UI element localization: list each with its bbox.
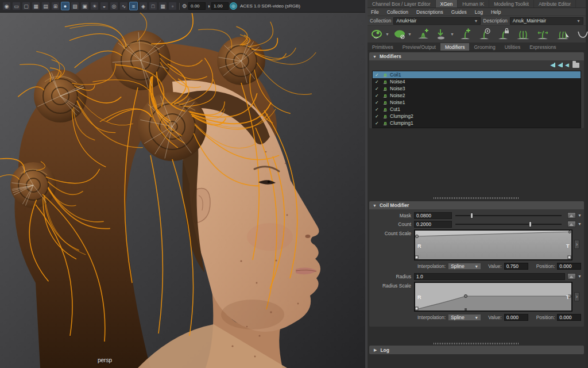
preview-refresh-icon[interactable]: ▼: [393, 28, 412, 41]
checkbox-icon[interactable]: ✓: [375, 93, 380, 98]
count-scale-value-field[interactable]: 0.750: [504, 263, 528, 270]
tab-channel-box[interactable]: Channel Box / Layer Editor: [368, 0, 436, 7]
motion-blur-icon[interactable]: ∿: [119, 2, 128, 10]
add-guide-icon[interactable]: [458, 28, 473, 41]
count-scale-expand-button[interactable]: ›: [574, 240, 579, 249]
radius-map-button[interactable]: [567, 273, 576, 279]
checkbox-icon[interactable]: ✓: [375, 121, 380, 126]
colorspace-label[interactable]: ACES 1.0 SDR-video (sRGB): [240, 3, 300, 9]
modifier-item-clumping2[interactable]: ✓Clumping2: [373, 113, 581, 120]
modifier-item-noise2[interactable]: ✓Noise2: [373, 92, 581, 99]
lock-guides-icon[interactable]: [496, 28, 511, 41]
splitter-handle[interactable]: [368, 196, 586, 200]
select-camera-icon[interactable]: ◉: [2, 2, 11, 10]
attach-to-surface-icon[interactable]: ▼: [435, 28, 454, 41]
mask-map-button[interactable]: [567, 212, 576, 218]
subtab-expressions[interactable]: Expressions: [525, 43, 560, 51]
collection-dropdown[interactable]: AnukHair ▼: [393, 17, 481, 25]
folder-icon[interactable]: [572, 63, 579, 68]
subtab-preview-output[interactable]: Preview/Output: [398, 43, 440, 51]
exposure-icon[interactable]: ⚙: [182, 3, 187, 9]
viewport-canvas[interactable]: persp: [0, 13, 365, 368]
subtab-utilities[interactable]: Utilities: [500, 43, 525, 51]
menu-log[interactable]: Log: [475, 9, 483, 15]
splitter-handle[interactable]: [368, 342, 586, 346]
gamma-field[interactable]: 1.00: [211, 2, 229, 10]
coil-modifier-header[interactable]: ▼ Coil Modifier: [369, 201, 584, 209]
checkbox-icon[interactable]: ✓: [375, 86, 380, 91]
checkbox-icon[interactable]: ✓: [375, 79, 380, 85]
checkbox-icon[interactable]: ✓: [375, 107, 380, 112]
menu-collection[interactable]: Collection: [387, 9, 408, 15]
modifier-item-noise4[interactable]: ✓Noise4: [373, 78, 581, 85]
count-field[interactable]: 0.2000: [414, 221, 452, 228]
radius-field[interactable]: 1.0: [414, 273, 565, 280]
wireframe-on-shaded-icon[interactable]: ▣: [80, 2, 89, 10]
grid-icon[interactable]: ▦: [158, 2, 167, 10]
tab-human-ik[interactable]: Human IK: [458, 0, 489, 7]
color-management-icon[interactable]: ◎: [230, 2, 237, 10]
mask-slider[interactable]: [455, 212, 562, 219]
menu-help[interactable]: Help: [491, 9, 501, 15]
preview-toggle-icon[interactable]: ▼: [371, 28, 389, 41]
safe-action-icon[interactable]: ⊞: [51, 2, 60, 10]
description-dropdown[interactable]: Anuk_MainHair ▼: [510, 17, 583, 25]
modifier-item-cut1[interactable]: ✓Cut1: [373, 106, 581, 113]
anti-aliasing-icon[interactable]: ≡: [129, 2, 138, 10]
isolate-select-icon[interactable]: □: [149, 2, 157, 10]
modifiers-frame-header[interactable]: ▼ Modifiers: [369, 52, 584, 60]
modifier-item-noise1[interactable]: ✓Noise1: [373, 99, 581, 106]
radius-scale-position-field[interactable]: 0.000: [557, 314, 581, 321]
tab-attribute-editor[interactable]: Attribute Editor: [534, 0, 576, 7]
count-scale-ramp[interactable]: R T: [414, 229, 572, 260]
checkbox-icon[interactable]: ✓: [375, 100, 380, 105]
modifier-item-noise3[interactable]: ✓Noise3: [373, 85, 581, 92]
field-chart-icon[interactable]: ▤: [41, 2, 50, 10]
count-map-button[interactable]: [567, 221, 576, 227]
move-to-top-icon[interactable]: ◀: [550, 62, 554, 68]
guide-width-icon[interactable]: [535, 28, 551, 41]
lighting-icon[interactable]: ☀: [90, 2, 99, 10]
film-gate-icon[interactable]: ▭: [12, 2, 21, 10]
sculpt-guides-icon[interactable]: [555, 28, 571, 41]
menu-descriptions[interactable]: Descriptions: [416, 9, 443, 15]
clear-guides-icon[interactable]: [575, 28, 588, 41]
subtab-primitives[interactable]: Primitives: [368, 43, 398, 51]
tab-xgen[interactable]: XGen: [436, 0, 458, 7]
shaded-display-icon[interactable]: ●: [61, 2, 69, 10]
hud-icon[interactable]: ▫: [168, 2, 177, 10]
checkbox-icon[interactable]: ✓: [375, 72, 380, 78]
subtab-grooming[interactable]: Grooming: [469, 43, 500, 51]
resolution-gate-icon[interactable]: ▢: [22, 2, 30, 10]
chevron-down-icon[interactable]: ▼: [578, 213, 582, 217]
radius-scale-value-field[interactable]: 0.000: [504, 314, 528, 321]
count-scale-position-field[interactable]: 0.000: [557, 263, 581, 270]
xray-icon[interactable]: ◈: [139, 2, 148, 10]
shadows-icon[interactable]: ◒: [100, 2, 109, 10]
radius-scale-interp-dropdown[interactable]: Spline ▼: [448, 314, 481, 321]
radius-scale-expand-button[interactable]: ›: [574, 292, 579, 301]
chevron-down-icon[interactable]: ▼: [578, 222, 582, 226]
display-guides-icon[interactable]: [477, 28, 492, 41]
move-up-icon[interactable]: ◀: [558, 62, 562, 68]
subtab-modifiers[interactable]: Modifiers: [440, 43, 469, 51]
menu-file[interactable]: File: [371, 9, 379, 15]
screen-space-ao-icon[interactable]: ◎: [110, 2, 118, 10]
chevron-down-icon[interactable]: ▼: [578, 274, 582, 278]
update-preview-icon[interactable]: [416, 28, 431, 41]
exposure-field[interactable]: 0.00: [188, 2, 206, 10]
modifier-item-clumping1[interactable]: ✓Clumping1: [373, 120, 581, 126]
gate-mask-icon[interactable]: ▦: [32, 2, 40, 10]
guides-from-curves-icon[interactable]: [515, 28, 531, 41]
radius-scale-ramp[interactable]: R T: [414, 282, 572, 312]
count-scale-interp-dropdown[interactable]: Spline ▼: [448, 263, 481, 270]
checkbox-icon[interactable]: ✓: [375, 114, 380, 119]
move-down-icon[interactable]: ◀: [565, 62, 569, 68]
gamma-icon[interactable]: ◑: [207, 3, 210, 9]
textured-display-icon[interactable]: ▧: [71, 2, 79, 10]
tab-modeling-toolkit[interactable]: Modeling Toolkit: [489, 0, 534, 7]
log-header[interactable]: ▶ Log: [369, 346, 584, 354]
mask-field[interactable]: 0.0800: [414, 212, 452, 219]
modifier-item-coil1[interactable]: ✓Coil1: [373, 71, 581, 78]
menu-guides[interactable]: Guides: [451, 9, 467, 15]
